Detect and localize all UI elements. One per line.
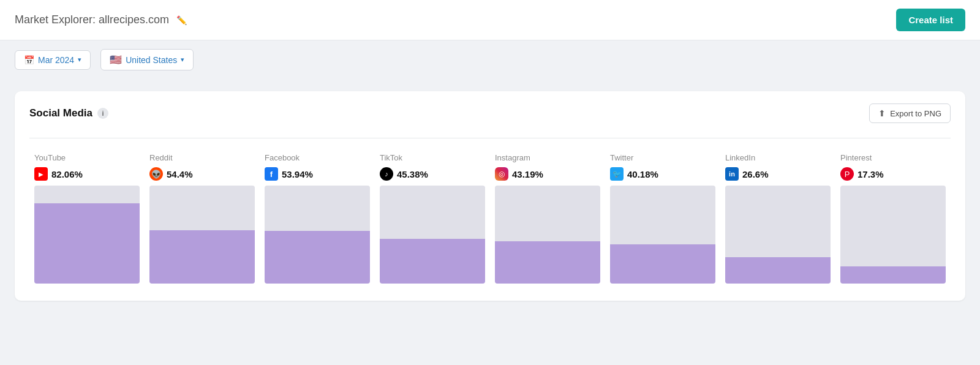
platform-label: Reddit (149, 153, 255, 162)
platform-pct: 53.94% (282, 169, 313, 179)
bar-empty-section (380, 186, 485, 239)
twitter-icon: 🐦 (610, 167, 624, 181)
platform-value-row: 👽 54.4% (149, 167, 255, 181)
card-divider (29, 138, 951, 138)
platform-pct: 43.19% (512, 169, 543, 179)
edit-icon[interactable]: ✏️ (176, 15, 187, 25)
platform-item-facebook: Facebook f 53.94% (260, 153, 375, 284)
bar-fill-section (610, 244, 715, 284)
instagram-icon: ◎ (495, 167, 508, 181)
bar-fill-section (380, 239, 485, 284)
platform-pct: 40.18% (627, 169, 658, 179)
bar-empty-section (495, 186, 600, 241)
platform-pct: 82.06% (51, 169, 83, 179)
facebook-icon: f (265, 167, 278, 181)
platform-bar (495, 186, 600, 284)
platform-label: YouTube (34, 153, 140, 162)
upload-icon: ⬆ (878, 108, 886, 118)
tiktok-icon: ♪ (380, 167, 393, 181)
platform-label: Twitter (610, 153, 715, 162)
platform-bar (725, 186, 831, 284)
platform-bar (840, 186, 946, 284)
platform-value-row: ◎ 43.19% (495, 167, 600, 181)
bar-fill-section (34, 203, 140, 284)
bar-fill-section (725, 257, 831, 284)
page-title: Market Explorer: allrecipes.com (15, 13, 169, 26)
bar-empty-section (840, 186, 946, 266)
title-section: Market Explorer: allrecipes.com ✏️ (15, 13, 187, 26)
youtube-icon: ▶ (34, 167, 48, 181)
bar-fill-section (265, 231, 370, 284)
country-filter-label: United States (126, 55, 177, 65)
social-media-card: Social Media i ⬆ Export to PNG YouTube ▶… (15, 91, 965, 301)
bar-empty-section (610, 186, 715, 244)
platform-bar (380, 186, 485, 284)
platform-value-row: in 26.6% (725, 167, 831, 181)
platform-label: Pinterest (840, 153, 946, 162)
chevron-down-icon: ▾ (78, 56, 81, 64)
reddit-icon: 👽 (149, 167, 163, 181)
platform-pct: 45.38% (397, 169, 428, 179)
top-bar: Market Explorer: allrecipes.com ✏️ Creat… (0, 0, 980, 40)
platform-value-row: ♪ 45.38% (380, 167, 485, 181)
platform-item-instagram: Instagram ◎ 43.19% (490, 153, 605, 284)
platform-item-twitter: Twitter 🐦 40.18% (605, 153, 720, 284)
platform-bar (149, 186, 255, 284)
bar-fill-section (840, 266, 946, 284)
platform-pct: 26.6% (742, 169, 769, 179)
platform-label: LinkedIn (725, 153, 831, 162)
country-filter-button[interactable]: 🇺🇸 United States ▾ (100, 49, 194, 70)
platform-label: Facebook (265, 153, 370, 162)
platform-bar (610, 186, 715, 284)
bar-empty-section (265, 186, 370, 231)
platform-value-row: ▶ 82.06% (34, 167, 140, 181)
platform-value-row: P 17.3% (840, 167, 946, 181)
platform-item-reddit: Reddit 👽 54.4% (145, 153, 260, 284)
date-filter-label: Mar 2024 (38, 55, 74, 65)
card-title: Social Media i (29, 107, 108, 119)
info-icon[interactable]: i (97, 108, 108, 119)
bar-empty-section (725, 186, 831, 257)
platform-label: TikTok (380, 153, 485, 162)
platform-item-youtube: YouTube ▶ 82.06% (29, 153, 145, 284)
card-header: Social Media i ⬆ Export to PNG (29, 103, 951, 123)
flag-icon: 🇺🇸 (110, 54, 122, 66)
filter-bar: 📅 Mar 2024 ▾ 🇺🇸 United States ▾ (0, 40, 980, 79)
chevron-down-icon: ▾ (181, 56, 184, 64)
bar-fill-section (495, 241, 600, 284)
export-png-button[interactable]: ⬆ Export to PNG (869, 103, 951, 123)
date-filter-button[interactable]: 📅 Mar 2024 ▾ (15, 50, 91, 70)
pinterest-icon: P (840, 167, 854, 181)
platform-label: Instagram (495, 153, 600, 162)
bar-fill-section (149, 230, 255, 284)
main-content: Social Media i ⬆ Export to PNG YouTube ▶… (0, 79, 980, 313)
platform-pct: 17.3% (858, 169, 884, 179)
bars-container: YouTube ▶ 82.06% Reddit 👽 54.4% Facebook… (29, 153, 951, 284)
linkedin-icon: in (725, 167, 739, 181)
platform-bar (265, 186, 370, 284)
platform-value-row: f 53.94% (265, 167, 370, 181)
calendar-icon: 📅 (24, 55, 34, 65)
bar-empty-section (34, 186, 140, 203)
platform-item-pinterest: Pinterest P 17.3% (835, 153, 951, 284)
platform-pct: 54.4% (167, 169, 193, 179)
platform-item-linkedin: LinkedIn in 26.6% (720, 153, 835, 284)
platform-bar (34, 186, 140, 284)
create-list-button[interactable]: Create list (896, 9, 965, 31)
bar-empty-section (149, 186, 255, 230)
platform-value-row: 🐦 40.18% (610, 167, 715, 181)
platform-item-tiktok: TikTok ♪ 45.38% (375, 153, 490, 284)
